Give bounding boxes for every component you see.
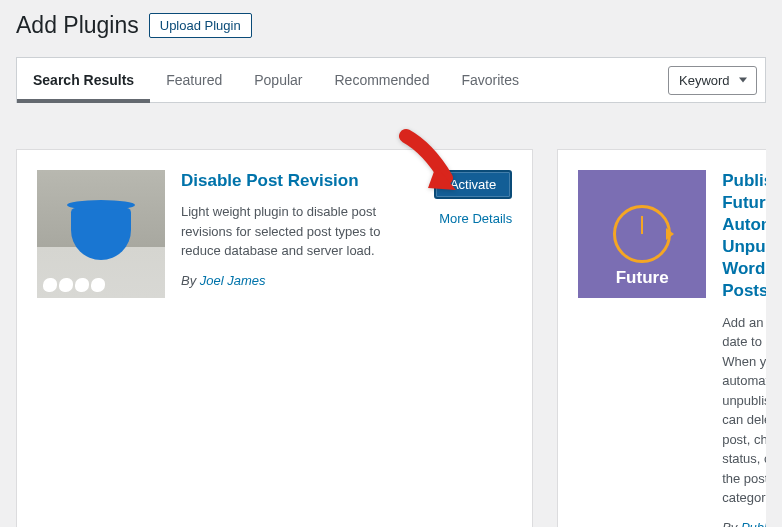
author-link[interactable]: PublishPress xyxy=(741,520,766,527)
search-type-select[interactable]: Keyword xyxy=(668,66,757,95)
tab-featured[interactable]: Featured xyxy=(150,58,238,102)
author-link[interactable]: Joel James xyxy=(200,273,266,288)
plugin-card: Future PublishPress Future: Automaticall… xyxy=(557,149,766,527)
page-title: Add Plugins xyxy=(16,12,139,39)
tabs: Search Results Featured Popular Recommen… xyxy=(17,58,535,102)
plugin-description: Light weight plugin to disable post revi… xyxy=(181,202,418,261)
more-details-link[interactable]: More Details xyxy=(439,211,512,226)
plugin-author: By Joel James xyxy=(181,273,418,288)
plugin-author: By PublishPress xyxy=(722,520,766,527)
tab-favorites[interactable]: Favorites xyxy=(445,58,535,102)
thumb-label: Future xyxy=(578,268,706,288)
tab-search-results[interactable]: Search Results xyxy=(17,58,150,102)
tab-popular[interactable]: Popular xyxy=(238,58,318,102)
plugin-thumbnail: Future xyxy=(578,170,706,298)
annotation-arrow xyxy=(398,128,468,212)
plugin-title-link[interactable]: Disable Post Revision xyxy=(181,170,418,192)
plugin-description: Add an expiration date to posts. When yo… xyxy=(722,313,766,508)
plugin-title-link[interactable]: PublishPress Future: Automatically Unpub… xyxy=(722,170,766,303)
upload-plugin-button[interactable]: Upload Plugin xyxy=(149,13,252,38)
filter-bar: Search Results Featured Popular Recommen… xyxy=(16,57,766,103)
tab-recommended[interactable]: Recommended xyxy=(318,58,445,102)
plugin-thumbnail xyxy=(37,170,165,298)
